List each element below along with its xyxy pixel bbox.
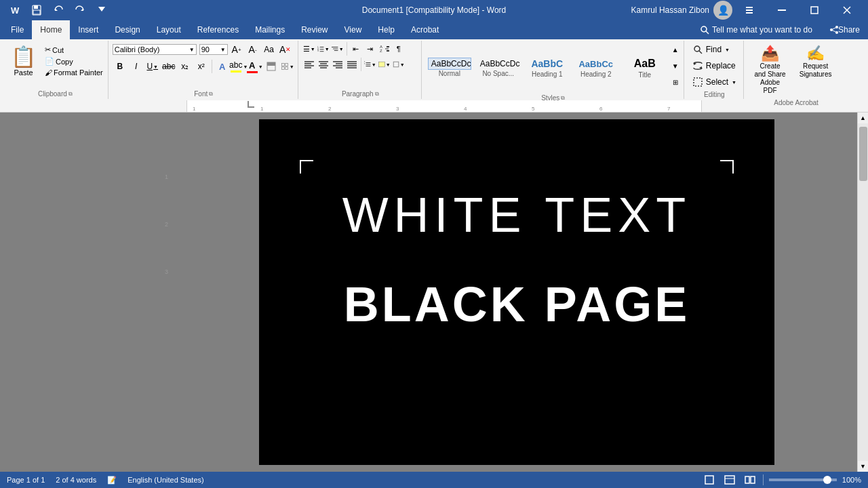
- paragraph-expand-icon[interactable]: ⧉: [375, 91, 379, 98]
- document[interactable]: WHITE TEXT BLACK PAGE: [259, 119, 774, 465]
- select-button[interactable]: Select ▼: [688, 75, 741, 89]
- decrease-font-size-button[interactable]: A-: [245, 42, 260, 57]
- bullets-button[interactable]: ☰▼: [302, 42, 316, 56]
- sort-button[interactable]: A Z: [378, 42, 391, 56]
- line-spacing-button[interactable]: ▼: [363, 58, 377, 71]
- increase-indent-button[interactable]: ⇥: [363, 42, 377, 56]
- strikethrough-button[interactable]: abc: [161, 59, 176, 74]
- paste-button[interactable]: 📋 Paste: [5, 42, 41, 79]
- zoom-slider[interactable]: [769, 479, 837, 481]
- create-share-pdf-button[interactable]: 📤 Create and Share Adobe PDF: [748, 42, 792, 98]
- underline-button[interactable]: U▼: [145, 59, 160, 74]
- cut-button[interactable]: ✂ Cut: [43, 45, 105, 55]
- font-color-btn: A: [247, 60, 258, 73]
- print-layout-view-button[interactable]: [702, 472, 717, 487]
- tab-layout[interactable]: Layout: [149, 20, 189, 39]
- tab-review[interactable]: Review: [293, 20, 336, 39]
- align-left-button[interactable]: [302, 58, 316, 71]
- copy-label: Copy: [56, 58, 73, 66]
- tab-view[interactable]: View: [336, 20, 370, 39]
- scroll-track[interactable]: [858, 123, 868, 461]
- document-area[interactable]: WHITE TEXT BLACK PAGE: [176, 113, 857, 472]
- close-button[interactable]: [831, 0, 863, 20]
- subscript-button[interactable]: x₂: [178, 59, 193, 74]
- font-name-field[interactable]: Calibri (Body) ▼: [113, 44, 197, 55]
- vertical-scrollbar[interactable]: ▲ ▼: [857, 113, 868, 472]
- tab-file[interactable]: File: [3, 20, 32, 39]
- tab-help[interactable]: Help: [370, 20, 403, 39]
- style-heading2[interactable]: AaBbCc Heading 2: [572, 42, 620, 93]
- signatures-label: Request Signatures: [799, 62, 832, 79]
- request-signatures-button[interactable]: ✍ Request Signatures: [793, 42, 837, 81]
- text-highlight-button[interactable]: abc ▼: [231, 59, 246, 74]
- save-button[interactable]: [27, 1, 46, 20]
- show-formatting-button[interactable]: ¶: [392, 42, 406, 56]
- tab-insert[interactable]: Insert: [70, 20, 106, 39]
- customize-qat-button[interactable]: [92, 1, 111, 20]
- numbering-button[interactable]: 1. 2. 3. ▼: [317, 42, 330, 56]
- style-heading1[interactable]: AaBbC Heading 1: [524, 42, 571, 93]
- zoom-thumb[interactable]: [823, 476, 831, 484]
- style-normal[interactable]: AaBbCcDc Normal: [426, 42, 473, 93]
- read-mode-button[interactable]: [743, 472, 757, 487]
- tell-me-search[interactable]: Tell me what you want to do: [700, 25, 819, 35]
- bold-button[interactable]: B: [113, 59, 127, 74]
- font-group-content: Calibri (Body) ▼ 90 ▼ A+ A- Aa A✕ B I U▼: [113, 42, 295, 89]
- multilevel-list-button[interactable]: ▼: [331, 42, 344, 56]
- proofing-icon[interactable]: 📝: [107, 476, 117, 485]
- shading-para-button[interactable]: ▼: [378, 58, 391, 71]
- redo-button[interactable]: [71, 1, 90, 20]
- font-size-value: 90: [201, 45, 220, 54]
- tab-design[interactable]: Design: [106, 20, 148, 39]
- avatar[interactable]: 👤: [713, 1, 732, 20]
- font-size-field[interactable]: 90 ▼: [199, 44, 228, 55]
- minimize-button[interactable]: [766, 0, 797, 20]
- vertical-ruler: 1 2 3: [165, 119, 171, 275]
- scroll-thumb[interactable]: [859, 127, 867, 181]
- titlebar-left: W: [5, 1, 111, 20]
- clear-formatting-button[interactable]: A✕: [278, 42, 293, 57]
- align-right-button[interactable]: [331, 58, 344, 71]
- tab-home[interactable]: Home: [32, 20, 70, 39]
- style-title[interactable]: AaB Title: [621, 42, 669, 93]
- replace-button[interactable]: Replace: [688, 58, 740, 73]
- tab-references[interactable]: References: [189, 20, 247, 39]
- align-center-button[interactable]: [317, 58, 330, 71]
- text-effects-button[interactable]: A: [215, 59, 230, 74]
- select-label: Select: [706, 77, 728, 87]
- ruler-mark-2: 2: [165, 221, 168, 228]
- borders-button[interactable]: ▼: [280, 59, 295, 74]
- scroll-up-arrow[interactable]: ▲: [858, 113, 869, 123]
- styles-scroll-up[interactable]: ▲: [670, 42, 681, 57]
- tab-acrobat[interactable]: Acrobat: [403, 20, 447, 39]
- user-area[interactable]: Kamrul Hassan Zibon 👤: [631, 1, 732, 20]
- font-name-arrow[interactable]: ▼: [189, 47, 195, 53]
- font-size-arrow[interactable]: ▼: [220, 47, 226, 53]
- maximize-button[interactable]: [799, 0, 830, 20]
- font-shading-button[interactable]: [264, 59, 279, 74]
- web-layout-view-button[interactable]: [722, 472, 737, 487]
- superscript-button[interactable]: x²: [194, 59, 209, 74]
- style-no-spacing[interactable]: AaBbCcDc No Spac...: [475, 42, 522, 93]
- font-expand-icon[interactable]: ⧉: [209, 91, 213, 98]
- find-button[interactable]: Find ▼: [688, 42, 734, 57]
- italic-button[interactable]: I: [129, 59, 144, 74]
- undo-button[interactable]: [49, 1, 68, 20]
- increase-font-size-button[interactable]: A+: [229, 42, 244, 57]
- format-painter-button[interactable]: 🖌 Format Painter: [43, 68, 105, 77]
- borders-para-button[interactable]: ▼: [392, 58, 406, 71]
- tab-stop[interactable]: [247, 100, 255, 108]
- decrease-indent-button[interactable]: ⇤: [349, 42, 363, 56]
- share-button[interactable]: Share: [822, 20, 868, 39]
- styles-scroll-down[interactable]: ▼: [670, 58, 681, 73]
- tab-mailings[interactable]: Mailings: [247, 20, 293, 39]
- justify-button[interactable]: [345, 58, 359, 71]
- scroll-down-arrow[interactable]: ▼: [858, 461, 869, 472]
- styles-expand[interactable]: ⊞: [670, 75, 681, 89]
- change-case-button[interactable]: Aa: [262, 42, 277, 57]
- ribbon-display-button[interactable]: [734, 0, 765, 20]
- font-color-button[interactable]: A ▼: [248, 59, 262, 74]
- clipboard-expand-icon[interactable]: ⧉: [68, 91, 73, 98]
- copy-button[interactable]: 📄 Copy: [43, 56, 105, 66]
- svg-marker-62: [364, 63, 365, 64]
